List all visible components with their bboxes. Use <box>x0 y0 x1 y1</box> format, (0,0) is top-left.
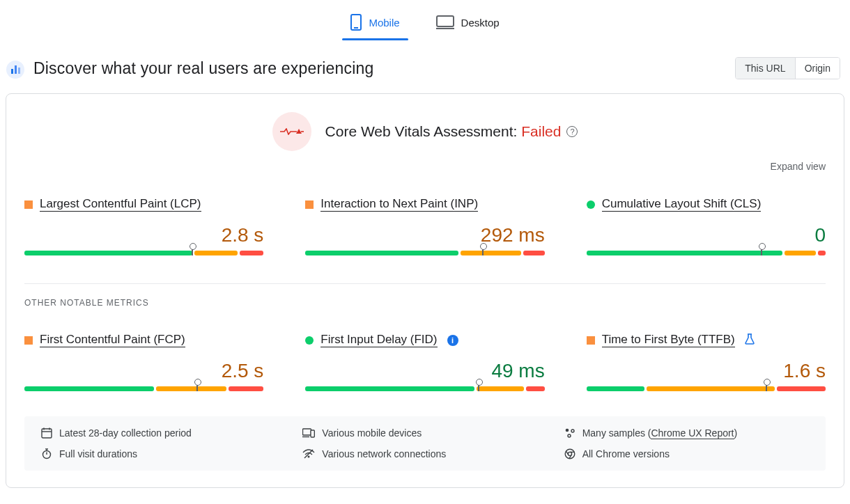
svg-point-21 <box>568 434 571 437</box>
page-title: Discover what your real users are experi… <box>33 59 374 78</box>
status-icon-ttfb <box>587 336 595 345</box>
toggle-origin[interactable]: Origin <box>795 58 840 79</box>
svg-point-20 <box>571 430 574 432</box>
metric-fid: First Input Delay (FID) i 49 ms <box>305 333 544 391</box>
tab-mobile-label: Mobile <box>369 17 399 29</box>
assessment-text: Core Web Vitals Assessment: Failed ? <box>325 123 578 140</box>
svg-rect-18 <box>311 430 314 437</box>
assessment-row: Core Web Vitals Assessment: Failed ? <box>24 112 826 151</box>
metric-fid-bar <box>305 386 544 391</box>
crux-report-link[interactable]: Chrome UX Report <box>651 427 734 439</box>
url-origin-toggle: This URL Origin <box>735 57 840 79</box>
help-icon[interactable]: ? <box>566 126 578 137</box>
metric-lcp: Largest Contentful Paint (LCP) 2.8 s <box>24 197 263 255</box>
tab-desktop-label: Desktop <box>461 17 500 29</box>
metric-lcp-name[interactable]: Largest Contentful Paint (LCP) <box>40 197 201 212</box>
desktop-icon <box>436 15 454 29</box>
other-metrics-row: First Contentful Paint (FCP) 2.5 s First… <box>24 333 826 391</box>
header-row: Discover what your real users are experi… <box>0 40 850 93</box>
expand-view-link[interactable]: Expand view <box>24 161 826 172</box>
stopwatch-icon <box>41 448 52 459</box>
metric-cls: Cumulative Layout Shift (CLS) 0 <box>587 197 826 255</box>
metric-fid-value: 49 ms <box>305 360 544 382</box>
footer-devices: Various mobile devices <box>302 427 547 439</box>
status-icon-lcp <box>24 200 33 209</box>
metric-cls-value: 0 <box>587 224 826 246</box>
svg-rect-16 <box>303 429 311 435</box>
footer-box: Latest 28-day collection period Various … <box>24 416 826 471</box>
status-icon-fid <box>305 336 314 345</box>
metric-lcp-value: 2.8 s <box>24 224 263 246</box>
svg-rect-7 <box>18 68 20 74</box>
assessment-icon <box>272 112 311 151</box>
footer-connections: Various network connections <box>302 448 547 459</box>
footer-period: Latest 28-day collection period <box>41 427 286 439</box>
svg-marker-8 <box>296 129 302 134</box>
metric-fcp-name[interactable]: First Contentful Paint (FCP) <box>40 333 185 347</box>
device-tabs: Mobile Desktop <box>0 0 850 40</box>
vitals-card: Core Web Vitals Assessment: Failed ? Exp… <box>6 93 844 488</box>
assessment-status: Failed <box>521 123 561 139</box>
metric-ttfb-value: 1.6 s <box>587 360 826 382</box>
divider <box>24 283 826 284</box>
metric-fcp: First Contentful Paint (FCP) 2.5 s <box>24 333 263 391</box>
other-metrics-label: OTHER NOTABLE METRICS <box>24 298 826 308</box>
devices-icon <box>302 428 315 438</box>
status-icon-inp <box>305 200 314 209</box>
metric-fcp-bar <box>24 386 263 391</box>
samples-icon <box>564 427 575 439</box>
metric-ttfb-bar <box>587 386 826 391</box>
metric-cls-name[interactable]: Cumulative Layout Shift (CLS) <box>602 197 762 212</box>
assessment-prefix: Core Web Vitals Assessment: <box>325 123 522 139</box>
svg-point-26 <box>308 456 310 458</box>
metric-inp-bar <box>305 251 544 255</box>
svg-point-19 <box>565 429 569 432</box>
mobile-icon <box>350 14 362 31</box>
metric-fcp-value: 2.5 s <box>24 360 263 382</box>
toggle-this-url[interactable]: This URL <box>736 58 794 79</box>
metric-inp: Interaction to Next Paint (INP) 292 ms <box>305 197 544 255</box>
metric-ttfb-name[interactable]: Time to First Byte (TTFB) <box>602 333 735 347</box>
svg-rect-6 <box>15 65 17 74</box>
crux-icon <box>6 60 22 77</box>
info-icon[interactable]: i <box>447 335 458 346</box>
status-icon-fcp <box>24 336 33 345</box>
footer-samples: Many samples (Chrome UX Report) <box>564 427 809 439</box>
metric-lcp-bar <box>24 251 263 255</box>
metric-fid-name[interactable]: First Input Delay (FID) <box>320 333 437 347</box>
svg-rect-5 <box>11 69 13 74</box>
tab-mobile[interactable]: Mobile <box>346 6 403 40</box>
tab-desktop[interactable]: Desktop <box>432 6 504 40</box>
calendar-icon <box>41 427 52 439</box>
footer-durations: Full visit durations <box>41 448 286 459</box>
core-metrics-row: Largest Contentful Paint (LCP) 2.8 s Int… <box>24 197 826 255</box>
metric-inp-name[interactable]: Interaction to Next Paint (INP) <box>320 197 478 212</box>
metric-inp-value: 292 ms <box>305 224 544 246</box>
svg-rect-2 <box>437 16 454 26</box>
svg-rect-12 <box>42 429 52 438</box>
chrome-icon <box>564 448 575 459</box>
status-icon-cls <box>587 200 595 209</box>
metric-ttfb: Time to First Byte (TTFB) 1.6 s <box>587 333 826 391</box>
flask-icon[interactable] <box>745 333 755 347</box>
network-icon <box>302 449 315 459</box>
metric-cls-bar <box>587 251 826 255</box>
footer-versions: All Chrome versions <box>564 448 809 459</box>
